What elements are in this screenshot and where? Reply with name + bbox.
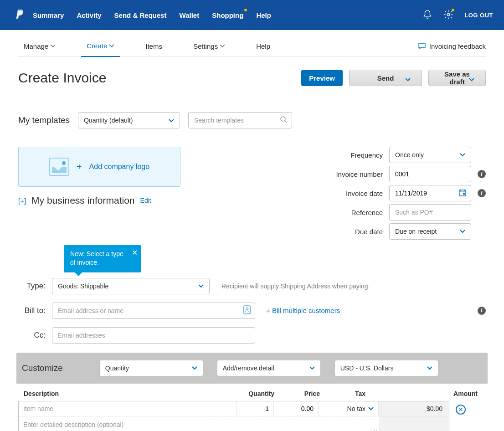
chat-icon (418, 43, 426, 49)
frequency-select[interactable]: Once only (389, 147, 471, 163)
nav-wallet[interactable]: Wallet (180, 11, 200, 19)
search-icon (280, 116, 287, 124)
invoice-type-select[interactable]: Goods: Shippable (52, 278, 210, 294)
currency-select[interactable]: USD - U.S. Dollars (334, 360, 438, 376)
reference-label: Reference (301, 209, 383, 216)
my-templates-label: My templates (18, 115, 70, 125)
tab-create[interactable]: Create (81, 42, 120, 57)
info-icon[interactable]: i (478, 307, 486, 315)
svg-point-0 (447, 13, 450, 16)
frequency-label: Frequency (301, 151, 383, 159)
edit-business-info-link[interactable]: Edit (140, 197, 151, 204)
sub-navbar: Manage Create Items Settings Help Invoic… (18, 30, 486, 57)
gear-icon[interactable] (443, 10, 453, 21)
customize-bar: Customize Quantity Add/remove detail USD… (16, 353, 488, 384)
line-items-header: Description Quantity Price Tax Amount (18, 384, 486, 401)
bill-to-label: Bill to: (18, 306, 46, 315)
paypal-logo-icon[interactable] (11, 10, 29, 21)
plus-icon: + (77, 162, 82, 172)
chevron-down-icon (169, 117, 174, 124)
nav-send-request[interactable]: Send & Request (114, 11, 167, 19)
info-icon[interactable]: i (478, 170, 486, 178)
line-item-row: No tax $0.00 ✕ (18, 401, 486, 431)
bell-icon[interactable] (422, 10, 432, 21)
quantity-mode-select[interactable]: Quantity (99, 360, 203, 376)
invoicing-feedback-link[interactable]: Invoicing feedback (418, 42, 486, 56)
col-price: Price (274, 390, 320, 397)
amount-cell-extension (379, 416, 449, 431)
cc-input[interactable] (52, 327, 255, 344)
type-label: Type: (18, 282, 46, 291)
nav-help[interactable]: Help (256, 11, 271, 19)
due-date-label: Due date (301, 228, 383, 236)
send-button[interactable]: Send (349, 70, 422, 86)
col-tax: Tax (320, 390, 379, 397)
notification-dot-icon (244, 9, 247, 11)
add-company-logo-button[interactable]: + Add company logo (18, 147, 180, 187)
invoice-date-label: Invoice date (301, 190, 383, 197)
bill-multiple-link[interactable]: + Bill multiple customers (266, 307, 340, 314)
type-tooltip: New: Select a type of invoice. ✕ (64, 245, 141, 272)
reference-input[interactable] (389, 204, 471, 221)
cc-label: Cc: (18, 331, 46, 340)
svg-rect-3 (463, 193, 465, 195)
template-select[interactable]: Quantity (default) (78, 112, 180, 128)
info-icon[interactable]: i (478, 189, 486, 197)
notification-dot-icon (452, 9, 454, 11)
tab-settings[interactable]: Settings (188, 42, 231, 56)
image-placeholder-icon (49, 158, 69, 176)
save-draft-button[interactable]: Save as draft (428, 70, 486, 86)
item-qty-input[interactable] (237, 401, 274, 416)
logout-link[interactable]: LOG OUT (464, 12, 493, 19)
preview-button[interactable]: Preview (301, 70, 343, 86)
nav-summary[interactable]: Summary (33, 11, 64, 19)
nav-shopping[interactable]: Shopping (212, 11, 243, 19)
calendar-icon[interactable] (459, 189, 466, 198)
bill-to-input[interactable] (52, 303, 255, 319)
svg-point-5 (246, 308, 248, 310)
page-title: Create Invoice (18, 70, 301, 86)
item-tax-select[interactable]: No tax (319, 401, 379, 416)
type-hint: Recipient will supply Shipping Address w… (221, 282, 370, 290)
invoice-number-input[interactable] (389, 166, 471, 182)
item-name-input[interactable] (19, 401, 237, 416)
col-description: Description (24, 390, 238, 397)
top-navbar: Summary Activity Send & Request Wallet S… (0, 0, 504, 30)
address-book-icon[interactable] (243, 305, 251, 316)
item-description-input[interactable] (19, 416, 379, 431)
add-logo-label: Add company logo (89, 163, 150, 171)
invoice-date-input[interactable] (389, 185, 471, 201)
customize-label: Customize (22, 363, 63, 373)
tab-help[interactable]: Help (251, 42, 276, 56)
nav-activity[interactable]: Activity (77, 11, 101, 19)
invoice-number-label: Invoice number (301, 170, 383, 178)
col-amount: Amount (379, 390, 483, 397)
close-icon[interactable]: ✕ (132, 248, 138, 258)
search-templates-input[interactable] (188, 112, 292, 128)
add-remove-detail-select[interactable]: Add/remove detail (217, 360, 321, 376)
tab-items[interactable]: Items (140, 42, 168, 56)
col-quantity: Quantity (238, 390, 274, 397)
svg-point-1 (281, 117, 285, 121)
title-bar: Create Invoice Preview Send Save as draf… (18, 57, 486, 100)
delete-line-button[interactable]: ✕ (456, 405, 466, 415)
due-date-select[interactable]: Due on receipt (389, 223, 471, 240)
expand-business-info-toggle[interactable]: [+] (18, 197, 26, 205)
business-info-title: My business information (31, 195, 134, 206)
tab-manage[interactable]: Manage (18, 42, 61, 56)
item-price-input[interactable] (274, 401, 319, 416)
item-amount: $0.00 (379, 401, 449, 416)
